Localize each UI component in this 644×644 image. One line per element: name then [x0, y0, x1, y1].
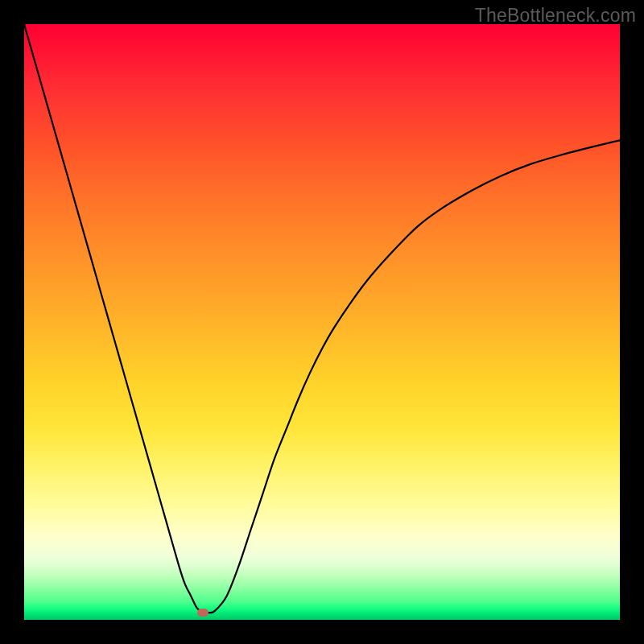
bottleneck-curve-path [24, 24, 620, 613]
plot-area [24, 24, 620, 620]
optimum-marker [197, 609, 208, 617]
chart-frame: TheBottleneck.com [0, 0, 644, 644]
curve-svg [24, 24, 620, 620]
watermark-text: TheBottleneck.com [475, 5, 636, 27]
